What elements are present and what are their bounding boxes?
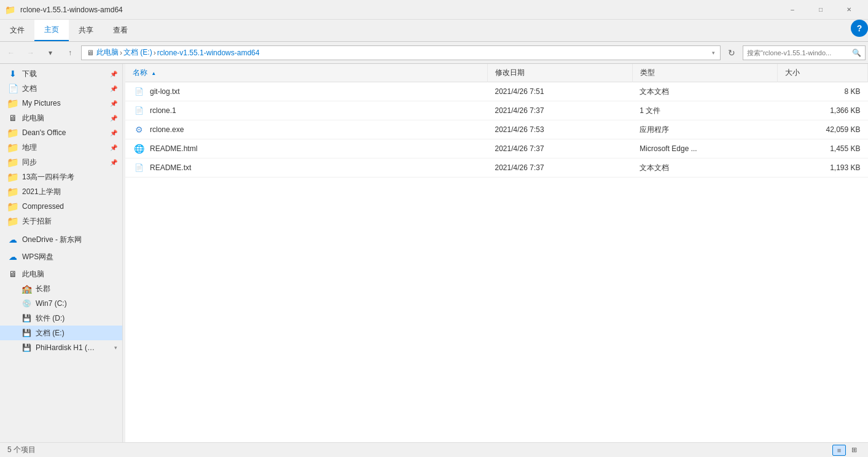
table-header: 名称 ▲ 修改日期 类型 大小 xyxy=(125,64,868,82)
sidebar-item-label-deans-office: Dean's Office xyxy=(22,128,110,137)
path-part-thispc[interactable]: 此电脑 xyxy=(96,47,119,58)
search-box[interactable]: 🔍 xyxy=(743,45,866,60)
cell-date-readme-txt: 2021/4/26 7:37 xyxy=(488,158,633,178)
pin-icon: 📌 xyxy=(110,71,117,77)
table-row[interactable]: ⚙ rclone.exe 2021/4/26 7:53 应用程序 42,059 … xyxy=(125,120,868,139)
forward-button[interactable]: → xyxy=(22,44,39,61)
maximize-button[interactable]: □ xyxy=(807,0,835,20)
tab-file[interactable]: 文件 xyxy=(0,20,34,41)
cell-type-git-log: 文本文档 xyxy=(632,82,777,101)
view-list-button[interactable]: ≡ xyxy=(832,445,846,456)
folder-icon-sync: 📁 xyxy=(7,157,18,168)
cell-size-readme-html: 1,455 KB xyxy=(777,139,867,158)
window-controls: – □ ✕ xyxy=(778,0,863,20)
minimize-button[interactable]: – xyxy=(778,0,807,20)
sidebar-item-phihardisk[interactable]: 💾 PhiHardisk H1 (… ▾ xyxy=(0,340,122,355)
sidebar: ⬇ 下载 📌 📄 文档 📌 📁 My Pictures 📌 🖥 此电脑 📌 📁 … xyxy=(0,64,123,442)
col-header-type[interactable]: 类型 xyxy=(632,64,777,82)
folder-icon-recruitment: 📁 xyxy=(7,216,18,227)
sidebar-item-label-download: 下载 xyxy=(22,69,110,79)
file-name-rclone-exe: rclone.exe xyxy=(150,125,184,134)
tab-home[interactable]: 主页 xyxy=(34,20,69,41)
drive-e-icon: 💾 xyxy=(21,327,32,338)
status-bar: 5 个项目 ≡ ⊞ xyxy=(0,442,868,457)
pc-icon: 🖥 xyxy=(7,112,18,123)
path-part-rclone[interactable]: rclone-v1.55.1-windows-amd64 xyxy=(157,49,260,57)
sidebar-item-label-sync: 同步 xyxy=(22,157,110,168)
cell-type-readme-html: Microsoft Edge ... xyxy=(632,139,777,158)
sidebar-item-documents[interactable]: 📄 文档 📌 xyxy=(0,81,122,96)
address-path[interactable]: 🖥 此电脑 › 文档 (E:) › rclone-v1.55.1-windows… xyxy=(81,45,721,60)
sidebar-item-label-changsha: 长郡 xyxy=(36,284,117,294)
phi-icon: 💾 xyxy=(21,342,32,353)
path-home-icon: 🖥 xyxy=(87,49,94,57)
sidebar-item-changsha[interactable]: 🏫 长郡 xyxy=(0,281,122,296)
cell-name-rclone1: 📄 rclone.1 xyxy=(125,101,488,120)
folder-icon-grade13: 📁 xyxy=(7,171,18,182)
sidebar-item-wps[interactable]: ☁ WPS网盘 xyxy=(0,249,122,264)
file-icon-html: 🌐 xyxy=(133,143,145,155)
changsha-icon: 🏫 xyxy=(21,283,32,294)
file-table: 名称 ▲ 修改日期 类型 大小 📄 git-log.txt xyxy=(125,64,868,178)
main-layout: ⬇ 下载 📌 📄 文档 📌 📁 My Pictures 📌 🖥 此电脑 📌 📁 … xyxy=(0,64,868,442)
sidebar-item-docs-e[interactable]: 💾 文档 (E:) xyxy=(0,326,122,340)
sidebar-item-thispc-section[interactable]: 🖥 此电脑 xyxy=(0,267,122,281)
refresh-button[interactable]: ↻ xyxy=(723,44,740,61)
table-row[interactable]: 🌐 README.html 2021/4/26 7:37 Microsoft E… xyxy=(125,139,868,158)
title-bar-icon-folder: 📁 xyxy=(5,5,15,15)
sidebar-item-download[interactable]: ⬇ 下载 📌 xyxy=(0,66,122,81)
sidebar-item-geography[interactable]: 📁 地理 📌 xyxy=(0,140,122,155)
address-bar: ← → ▾ ↑ 🖥 此电脑 › 文档 (E:) › rclone-v1.55.1… xyxy=(0,42,868,64)
cell-date-rclone1: 2021/4/26 7:37 xyxy=(488,101,633,120)
table-row[interactable]: 📄 git-log.txt 2021/4/26 7:51 文本文档 8 KB xyxy=(125,82,868,101)
col-header-name[interactable]: 名称 ▲ xyxy=(125,64,488,82)
cell-date-rclone-exe: 2021/4/26 7:53 xyxy=(488,120,633,139)
file-name-readme-txt: README.txt xyxy=(150,163,191,172)
title-bar-icons: 📁 xyxy=(5,5,15,15)
search-input[interactable] xyxy=(747,49,852,57)
folder-icon-geography: 📁 xyxy=(7,142,18,153)
sidebar-item-onedrive[interactable]: ☁ OneDrive - 新东网 xyxy=(0,232,122,247)
cell-date-git-log: 2021/4/26 7:51 xyxy=(488,82,633,101)
sort-arrow: ▲ xyxy=(151,71,156,76)
sidebar-item-grade13[interactable]: 📁 13高一四科学考 xyxy=(0,170,122,184)
sidebar-item-deans-office[interactable]: 📁 Dean's Office 📌 xyxy=(0,125,122,140)
sidebar-item-my-pictures[interactable]: 📁 My Pictures 📌 xyxy=(0,96,122,111)
expand-icon: ▾ xyxy=(114,345,117,351)
dropdown-history-button[interactable]: ▾ xyxy=(42,44,59,61)
back-button[interactable]: ← xyxy=(2,44,20,61)
sidebar-item-label-semester2021: 2021上学期 xyxy=(22,187,117,197)
cell-name-readme-html: 🌐 README.html xyxy=(125,139,488,158)
download-icon: ⬇ xyxy=(7,68,18,79)
table-row[interactable]: 📄 README.txt 2021/4/26 7:37 文本文档 1,193 K… xyxy=(125,158,868,178)
close-button[interactable]: ✕ xyxy=(835,0,863,20)
table-row[interactable]: 📄 rclone.1 2021/4/26 7:37 1 文件 1,366 KB xyxy=(125,101,868,120)
sidebar-item-label-compressed: Compressed xyxy=(22,202,117,211)
drive-d-icon: 💾 xyxy=(21,313,32,324)
sidebar-item-recruitment[interactable]: 📁 关于招新 xyxy=(0,214,122,228)
sidebar-item-software-d[interactable]: 💾 软件 (D:) xyxy=(0,311,122,326)
tab-share[interactable]: 共享 xyxy=(69,20,103,41)
tab-view[interactable]: 查看 xyxy=(103,20,138,41)
sidebar-item-label-thispc-section: 此电脑 xyxy=(22,269,117,279)
up-button[interactable]: ↑ xyxy=(61,44,79,61)
pin-icon-3: 📌 xyxy=(110,100,117,107)
sidebar-item-thispc[interactable]: 🖥 此电脑 📌 xyxy=(0,111,122,125)
sidebar-item-sync[interactable]: 📁 同步 📌 xyxy=(0,155,122,170)
folder-icon-compressed: 📁 xyxy=(7,201,18,212)
sidebar-item-label-grade13: 13高一四科学考 xyxy=(22,172,117,182)
path-part-docs[interactable]: 文档 (E:) xyxy=(123,47,152,58)
pin-icon-5: 📌 xyxy=(110,130,117,136)
view-tiles-button[interactable]: ⊞ xyxy=(847,445,861,456)
window-title: rclone-v1.55.1-windows-amd64 xyxy=(20,6,778,14)
col-header-size[interactable]: 大小 xyxy=(777,64,867,82)
file-name-git-log: git-log.txt xyxy=(150,87,180,96)
item-count: 5 个项目 xyxy=(7,445,36,455)
cell-type-rclone-exe: 应用程序 xyxy=(632,120,777,139)
col-header-modified[interactable]: 修改日期 xyxy=(488,64,633,82)
cell-name-readme-txt: 📄 README.txt xyxy=(125,158,488,178)
sidebar-item-win7c[interactable]: 💿 Win7 (C:) xyxy=(0,296,122,311)
help-button[interactable]: ? xyxy=(851,20,868,37)
sidebar-item-compressed[interactable]: 📁 Compressed xyxy=(0,199,122,214)
sidebar-item-semester2021[interactable]: 📁 2021上学期 xyxy=(0,184,122,199)
